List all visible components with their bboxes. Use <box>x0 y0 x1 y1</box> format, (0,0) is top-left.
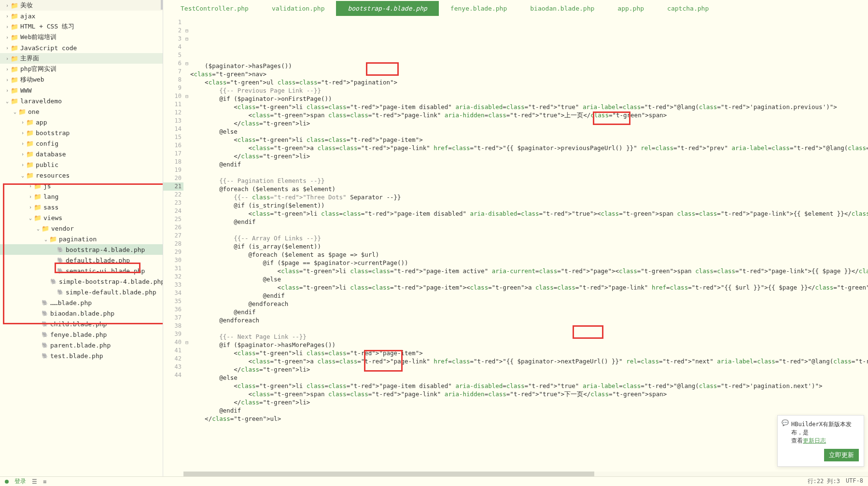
php-file-icon: 🐘 <box>57 247 64 253</box>
folder-icon: 📁 <box>11 44 18 52</box>
tab-validation-php[interactable]: validation.php <box>260 1 336 16</box>
tree-item-label: 主界面 <box>20 54 39 63</box>
folder-icon: 📁 <box>26 119 34 126</box>
tree-item-simple-bootstrap-4-blade-php[interactable]: 🐘simple-bootstrap-4.blade.php <box>0 276 163 287</box>
chevron-icon: › <box>19 141 26 146</box>
tree-item----[interactable]: ›📁主界面 <box>0 53 163 64</box>
tree-item-resources[interactable]: ⌄📁resources <box>0 170 163 181</box>
chevron-icon: › <box>4 77 11 83</box>
chevron-icon: ⌄ <box>4 98 11 104</box>
tree-item-child-blade-php[interactable]: 🐘child.blade.php <box>0 319 163 329</box>
tree-item-label: biaodan.blade.php <box>50 310 114 317</box>
editor-pane: TestController.phpvalidation.phpbootstra… <box>163 0 868 476</box>
tab-app-php[interactable]: app.php <box>606 1 656 16</box>
tree-item-label: 移动web <box>20 75 44 84</box>
tree-item-fenye-blade-php[interactable]: 🐘fenye.blade.php <box>0 329 163 340</box>
login-link[interactable]: 登录 <box>14 477 26 486</box>
tree-item---[interactable]: ›📁美妆 <box>0 0 163 11</box>
tree-item-public[interactable]: ›📁public <box>0 159 163 170</box>
tree-item-label: Web前端培训 <box>20 33 56 42</box>
tree-item---blade-php[interactable]: 🐘……blade.php <box>0 297 163 308</box>
folder-icon: 📁 <box>18 108 26 115</box>
tree-item-test-blade-php[interactable]: 🐘test.blade.php <box>0 350 163 361</box>
tree-item-ajax[interactable]: ›📁ajax <box>0 11 163 21</box>
tree-item-js[interactable]: ›📁js <box>0 181 163 191</box>
chevron-icon: › <box>27 183 34 189</box>
folder-icon: 📁 <box>42 225 49 232</box>
tree-item-one[interactable]: ⌄📁one <box>0 106 163 117</box>
tab-TestController-php[interactable]: TestController.php <box>169 1 260 16</box>
tree-item-vendor[interactable]: ⌄📁vendor <box>0 223 163 234</box>
status-icon-2[interactable]: ≡ <box>43 478 46 485</box>
tree-item-WWW[interactable]: ›📁WWW <box>0 85 163 96</box>
tree-item-default-blade-php[interactable]: 🐘default.blade.php <box>0 255 163 265</box>
folder-icon: 📁 <box>11 97 18 105</box>
status-icon-1[interactable]: ☰ <box>32 478 37 485</box>
chevron-icon: › <box>4 3 11 8</box>
sidebar-resize-handle[interactable] <box>161 0 163 10</box>
horizontal-scrollbar[interactable] <box>183 472 868 476</box>
php-file-icon: 🐘 <box>57 289 64 295</box>
tree-item-parent-blade-php[interactable]: 🐘parent.blade.php <box>0 340 163 350</box>
php-file-icon: 🐘 <box>57 268 64 274</box>
tree-item-JavaScript-code[interactable]: ›📁JavaScript code <box>0 42 163 53</box>
tree-item-app[interactable]: ›📁app <box>0 117 163 127</box>
tab-fenye-blade-php[interactable]: fenye.blade.php <box>439 1 518 16</box>
status-bar: 登录 ☰ ≡ 行:22 列:3 UTF-8 <box>0 476 868 486</box>
tree-item-config[interactable]: ›📁config <box>0 138 163 149</box>
tree-item-HTML---CSS---[interactable]: ›📁HTML + CSS 练习 <box>0 21 163 32</box>
tab-captcha-php[interactable]: captcha.php <box>656 1 720 16</box>
tab-biaodan-blade-php[interactable]: biaodan.blade.php <box>518 1 606 16</box>
tree-item-label: HTML + CSS 练习 <box>20 22 74 31</box>
chevron-icon: › <box>4 14 11 19</box>
chevron-icon: › <box>4 56 11 61</box>
tree-item-bootstrap-4-blade-php[interactable]: 🐘bootstrap-4.blade.php <box>0 244 163 255</box>
notification-text: HBuilderX有新版本发布，是 <box>791 421 852 436</box>
tree-item-bootstrap[interactable]: ›📁bootstrap <box>0 127 163 138</box>
tree-item-label: fenye.blade.php <box>50 331 107 338</box>
chevron-icon: ⌄ <box>35 226 42 231</box>
notification-text2: 查看 <box>791 437 803 444</box>
tree-item-php----[interactable]: ›📁php官网实训 <box>0 64 163 74</box>
tree-item-views[interactable]: ⌄📁views <box>0 212 163 223</box>
chevron-icon: › <box>19 130 26 136</box>
chevron-icon: ⌄ <box>27 215 34 221</box>
folder-icon: 📁 <box>11 34 18 41</box>
line-gutter: 1234567891011121314151617181920212223242… <box>163 16 183 476</box>
tree-item-pagination[interactable]: ⌄📁pagination <box>0 234 163 244</box>
tree-item-label: lang <box>43 193 58 200</box>
tree-item-sass[interactable]: ›📁sass <box>0 202 163 212</box>
php-file-icon: 🐘 <box>42 300 48 306</box>
tree-item-label: default.blade.php <box>66 257 130 264</box>
folder-icon: 📁 <box>26 172 34 179</box>
changelog-link[interactable]: 更新日志 <box>803 437 826 444</box>
chevron-icon: › <box>4 24 11 29</box>
php-file-icon: 🐘 <box>42 310 48 317</box>
tree-item---web[interactable]: ›📁移动web <box>0 74 163 85</box>
chevron-icon: ⌄ <box>12 109 18 114</box>
tree-item-simple-default-blade-php[interactable]: 🐘simple-default.blade.php <box>0 287 163 297</box>
tree-item-label: simple-bootstrap-4.blade.php <box>59 278 163 285</box>
tree-item-label: database <box>36 151 66 158</box>
tree-item-label: test.blade.php <box>50 352 103 360</box>
update-now-button[interactable]: 立即更新 <box>824 449 859 461</box>
encoding-label[interactable]: UTF-8 <box>846 477 863 486</box>
tree-item-lang[interactable]: ›📁lang <box>0 191 163 202</box>
chevron-icon: › <box>4 45 11 51</box>
tab-bootstrap-4-blade-php[interactable]: bootstrap-4.blade.php <box>336 1 438 16</box>
folder-icon: 📁 <box>49 236 57 243</box>
tree-item-laraveldemo[interactable]: ⌄📁laraveldemo <box>0 96 163 106</box>
tree-item-label: bootstrap <box>36 129 70 137</box>
code-content[interactable]: ($paginator->hasPages())<class="t-green"… <box>190 16 868 476</box>
folder-icon: 📁 <box>11 87 18 94</box>
tree-item-label: laraveldemo <box>20 97 62 105</box>
tree-item-database[interactable]: ›📁database <box>0 149 163 159</box>
tree-item-label: vendor <box>51 225 74 232</box>
chevron-icon: › <box>27 194 34 199</box>
folder-icon: 📁 <box>11 66 18 73</box>
file-tree-sidebar: ›📁美妆›📁ajax›📁HTML + CSS 练习›📁Web前端培训›📁Java… <box>0 0 163 476</box>
tree-item-Web----[interactable]: ›📁Web前端培训 <box>0 32 163 42</box>
folder-icon: 📁 <box>26 129 34 137</box>
tree-item-semantic-ui-blade-php[interactable]: 🐘semantic-ui.blade.php <box>0 265 163 276</box>
tree-item-biaodan-blade-php[interactable]: 🐘biaodan.blade.php <box>0 308 163 319</box>
